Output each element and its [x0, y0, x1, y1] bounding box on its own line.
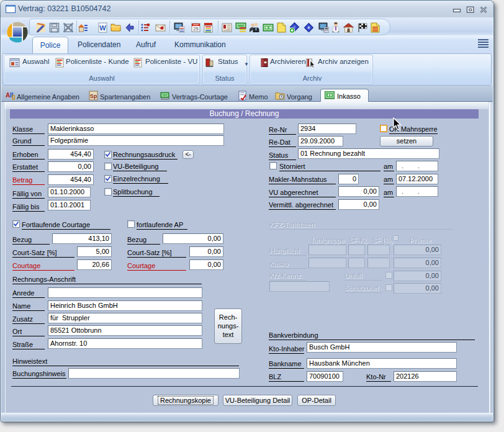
svg-text:W: W — [99, 24, 106, 32]
svg-text:25: 25 — [193, 26, 198, 32]
svg-text:Sp: Sp — [90, 93, 97, 99]
svg-text:g: g — [12, 93, 15, 100]
